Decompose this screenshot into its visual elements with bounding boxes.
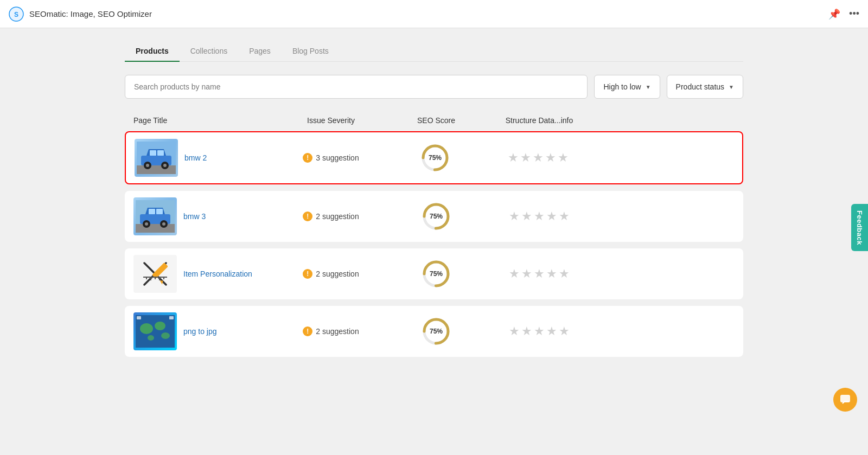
issue-warning-icon: ! xyxy=(303,326,312,336)
tabs-nav: Products Collections Pages Blog Posts xyxy=(125,41,743,62)
top-bar: S SEOmatic: Image, SEO Optimizer 📌 ••• xyxy=(0,0,868,28)
issue-severity: ! 3 suggestion xyxy=(276,153,386,163)
star-icon: ★ xyxy=(509,267,520,281)
tab-collections[interactable]: Collections xyxy=(180,41,238,62)
issue-label: 2 suggestion xyxy=(316,327,359,336)
product-name[interactable]: bmw 2 xyxy=(184,153,207,162)
tab-products[interactable]: Products xyxy=(125,41,180,62)
product-thumbnail xyxy=(133,312,177,350)
table-row: bmw 3 ! 2 suggestion 75% ★★★★★ xyxy=(125,191,743,242)
svg-text:S: S xyxy=(14,11,18,18)
svg-rect-20 xyxy=(149,209,155,214)
product-list: bmw 2 ! 3 suggestion 75% ★★★★★ xyxy=(125,131,743,357)
svg-point-37 xyxy=(140,323,153,334)
table-header: Page Title Issue Severity SEO Score Stru… xyxy=(125,112,743,129)
issue-warning-icon: ! xyxy=(303,212,312,221)
seo-donut: 75% xyxy=(420,143,450,173)
issue-label: 2 suggestion xyxy=(316,212,359,221)
svg-rect-21 xyxy=(156,209,163,214)
seo-score-cell: 75% xyxy=(386,143,484,173)
col-header-seo-score: SEO Score xyxy=(387,116,485,125)
status-dropdown[interactable]: Product status ▼ xyxy=(667,75,743,99)
svg-point-39 xyxy=(161,332,170,339)
star-icon: ★ xyxy=(545,151,556,165)
seo-donut: 75% xyxy=(421,201,451,232)
product-info: Item Personalization xyxy=(133,255,275,293)
app-header: S SEOmatic: Image, SEO Optimizer xyxy=(9,7,152,22)
star-icon: ★ xyxy=(509,209,520,223)
tab-blog-posts[interactable]: Blog Posts xyxy=(282,41,340,62)
svg-rect-42 xyxy=(169,316,174,319)
product-info: bmw 3 xyxy=(133,197,275,235)
product-name[interactable]: bmw 3 xyxy=(183,212,206,221)
star-icon: ★ xyxy=(508,151,519,165)
svg-point-19 xyxy=(162,222,165,226)
seo-score-cell: 75% xyxy=(387,259,485,289)
chat-button[interactable] xyxy=(833,388,857,412)
svg-rect-10 xyxy=(157,150,164,156)
seo-score-cell: 75% xyxy=(387,201,485,232)
svg-rect-14 xyxy=(136,224,175,233)
notification-icon[interactable]: 📌 xyxy=(828,8,840,20)
star-icon: ★ xyxy=(559,209,570,223)
star-icon: ★ xyxy=(558,151,569,165)
star-icon: ★ xyxy=(521,267,532,281)
seo-score-cell: 75% xyxy=(387,316,485,347)
product-info: png to jpg xyxy=(133,312,275,350)
seo-donut: 75% xyxy=(421,316,451,347)
star-icon: ★ xyxy=(521,209,532,223)
svg-rect-3 xyxy=(137,165,176,174)
feedback-button[interactable]: Feedback xyxy=(851,204,868,252)
sort-label: High to low xyxy=(603,82,641,91)
product-thumbnail xyxy=(133,197,177,235)
seo-score-label: 75% xyxy=(430,328,443,335)
main-content: Products Collections Pages Blog Posts Hi… xyxy=(114,28,754,376)
issue-warning-icon: ! xyxy=(303,269,312,279)
issue-warning-icon: ! xyxy=(303,153,312,163)
svg-point-18 xyxy=(145,222,148,226)
svg-rect-26 xyxy=(152,262,168,279)
stars-cell: ★★★★★ xyxy=(484,151,592,165)
product-name[interactable]: Item Personalization xyxy=(183,270,252,278)
col-header-page-title: Page Title xyxy=(133,116,275,125)
seo-score-label: 75% xyxy=(430,270,443,278)
issue-label: 3 suggestion xyxy=(316,153,359,162)
seo-donut: 75% xyxy=(421,259,451,289)
product-thumbnail xyxy=(133,255,177,293)
filters-row: High to low ▼ Product status ▼ xyxy=(125,75,743,99)
product-info: bmw 2 xyxy=(135,139,276,177)
table-row: bmw 2 ! 3 suggestion 75% ★★★★★ xyxy=(125,131,743,184)
top-bar-actions: 📌 ••• xyxy=(828,8,859,20)
star-icon: ★ xyxy=(546,209,557,223)
svg-point-8 xyxy=(163,164,167,167)
star-icon: ★ xyxy=(521,324,532,338)
tab-pages[interactable]: Pages xyxy=(238,41,282,62)
star-icon: ★ xyxy=(520,151,531,165)
star-icon: ★ xyxy=(559,267,570,281)
issue-severity: ! 2 suggestion xyxy=(275,326,387,336)
star-icon: ★ xyxy=(534,267,545,281)
issue-severity: ! 2 suggestion xyxy=(275,269,387,279)
stars-cell: ★★★★★ xyxy=(485,267,593,281)
svg-point-7 xyxy=(146,164,149,167)
star-icon: ★ xyxy=(546,324,557,338)
stars-cell: ★★★★★ xyxy=(485,324,593,338)
star-icon: ★ xyxy=(546,267,557,281)
menu-icon[interactable]: ••• xyxy=(849,8,859,20)
sort-dropdown[interactable]: High to low ▼ xyxy=(594,75,660,99)
svg-rect-9 xyxy=(150,150,156,156)
svg-point-40 xyxy=(148,335,154,341)
search-input[interactable] xyxy=(125,75,588,99)
issue-severity: ! 2 suggestion xyxy=(275,212,387,221)
seo-score-label: 75% xyxy=(430,213,443,220)
star-icon: ★ xyxy=(534,324,545,338)
issue-label: 2 suggestion xyxy=(316,270,359,278)
status-dropdown-arrow-icon: ▼ xyxy=(729,84,734,90)
stars-cell: ★★★★★ xyxy=(485,209,593,223)
status-label: Product status xyxy=(676,82,725,91)
star-icon: ★ xyxy=(509,324,520,338)
svg-point-38 xyxy=(155,322,165,330)
table-row: Item Personalization ! 2 suggestion 75% … xyxy=(125,248,743,299)
product-name[interactable]: png to jpg xyxy=(183,327,217,336)
seo-score-label: 75% xyxy=(429,154,442,162)
